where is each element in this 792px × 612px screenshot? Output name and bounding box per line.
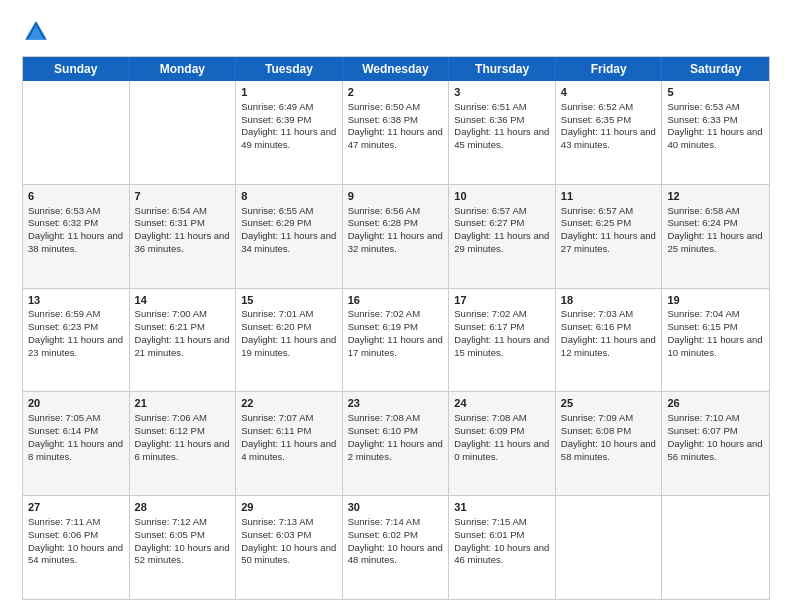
day-cell-24: 24Sunrise: 7:08 AMSunset: 6:09 PMDayligh…	[449, 392, 556, 495]
day-cell-23: 23Sunrise: 7:08 AMSunset: 6:10 PMDayligh…	[343, 392, 450, 495]
day-info: Daylight: 11 hours and 4 minutes.	[241, 438, 337, 464]
calendar-header-row: SundayMondayTuesdayWednesdayThursdayFrid…	[23, 57, 769, 81]
day-info: Sunset: 6:16 PM	[561, 321, 657, 334]
day-info: Sunset: 6:23 PM	[28, 321, 124, 334]
calendar-row-1: 6Sunrise: 6:53 AMSunset: 6:32 PMDaylight…	[23, 184, 769, 288]
day-cell-29: 29Sunrise: 7:13 AMSunset: 6:03 PMDayligh…	[236, 496, 343, 599]
day-info: Sunrise: 6:51 AM	[454, 101, 550, 114]
day-info: Daylight: 11 hours and 49 minutes.	[241, 126, 337, 152]
day-number: 21	[135, 396, 231, 411]
day-info: Sunset: 6:31 PM	[135, 217, 231, 230]
day-cell-13: 13Sunrise: 6:59 AMSunset: 6:23 PMDayligh…	[23, 289, 130, 392]
day-number: 10	[454, 189, 550, 204]
day-cell-17: 17Sunrise: 7:02 AMSunset: 6:17 PMDayligh…	[449, 289, 556, 392]
day-info: Daylight: 11 hours and 27 minutes.	[561, 230, 657, 256]
day-cell-5: 5Sunrise: 6:53 AMSunset: 6:33 PMDaylight…	[662, 81, 769, 184]
day-info: Sunrise: 7:14 AM	[348, 516, 444, 529]
day-number: 12	[667, 189, 764, 204]
day-info: Sunrise: 7:09 AM	[561, 412, 657, 425]
header-cell-saturday: Saturday	[662, 57, 769, 81]
day-info: Sunrise: 7:08 AM	[454, 412, 550, 425]
day-info: Sunset: 6:20 PM	[241, 321, 337, 334]
day-info: Sunrise: 6:50 AM	[348, 101, 444, 114]
day-info: Sunrise: 7:01 AM	[241, 308, 337, 321]
day-info: Daylight: 10 hours and 58 minutes.	[561, 438, 657, 464]
day-number: 23	[348, 396, 444, 411]
day-number: 13	[28, 293, 124, 308]
day-info: Sunrise: 7:10 AM	[667, 412, 764, 425]
day-cell-21: 21Sunrise: 7:06 AMSunset: 6:12 PMDayligh…	[130, 392, 237, 495]
day-info: Daylight: 10 hours and 46 minutes.	[454, 542, 550, 568]
day-info: Daylight: 11 hours and 17 minutes.	[348, 334, 444, 360]
day-number: 28	[135, 500, 231, 515]
day-info: Daylight: 11 hours and 21 minutes.	[135, 334, 231, 360]
day-cell-25: 25Sunrise: 7:09 AMSunset: 6:08 PMDayligh…	[556, 392, 663, 495]
empty-cell-0-1	[130, 81, 237, 184]
day-number: 3	[454, 85, 550, 100]
day-cell-16: 16Sunrise: 7:02 AMSunset: 6:19 PMDayligh…	[343, 289, 450, 392]
day-info: Sunrise: 7:05 AM	[28, 412, 124, 425]
day-info: Daylight: 11 hours and 25 minutes.	[667, 230, 764, 256]
day-info: Sunrise: 7:04 AM	[667, 308, 764, 321]
day-info: Sunset: 6:19 PM	[348, 321, 444, 334]
day-info: Daylight: 11 hours and 6 minutes.	[135, 438, 231, 464]
day-info: Sunset: 6:27 PM	[454, 217, 550, 230]
day-info: Daylight: 11 hours and 34 minutes.	[241, 230, 337, 256]
day-info: Sunrise: 7:12 AM	[135, 516, 231, 529]
header-cell-tuesday: Tuesday	[236, 57, 343, 81]
day-cell-15: 15Sunrise: 7:01 AMSunset: 6:20 PMDayligh…	[236, 289, 343, 392]
day-cell-12: 12Sunrise: 6:58 AMSunset: 6:24 PMDayligh…	[662, 185, 769, 288]
day-info: Sunrise: 7:02 AM	[348, 308, 444, 321]
day-info: Sunset: 6:08 PM	[561, 425, 657, 438]
day-cell-19: 19Sunrise: 7:04 AMSunset: 6:15 PMDayligh…	[662, 289, 769, 392]
empty-cell-0-0	[23, 81, 130, 184]
empty-cell-4-5	[556, 496, 663, 599]
day-number: 18	[561, 293, 657, 308]
day-info: Daylight: 11 hours and 45 minutes.	[454, 126, 550, 152]
page: SundayMondayTuesdayWednesdayThursdayFrid…	[0, 0, 792, 612]
day-cell-7: 7Sunrise: 6:54 AMSunset: 6:31 PMDaylight…	[130, 185, 237, 288]
day-info: Daylight: 11 hours and 8 minutes.	[28, 438, 124, 464]
day-info: Sunset: 6:38 PM	[348, 114, 444, 127]
day-number: 16	[348, 293, 444, 308]
day-number: 24	[454, 396, 550, 411]
day-info: Sunset: 6:36 PM	[454, 114, 550, 127]
day-info: Daylight: 10 hours and 54 minutes.	[28, 542, 124, 568]
day-info: Sunset: 6:29 PM	[241, 217, 337, 230]
day-info: Daylight: 11 hours and 0 minutes.	[454, 438, 550, 464]
day-cell-22: 22Sunrise: 7:07 AMSunset: 6:11 PMDayligh…	[236, 392, 343, 495]
day-info: Sunset: 6:07 PM	[667, 425, 764, 438]
day-info: Sunset: 6:24 PM	[667, 217, 764, 230]
day-info: Sunset: 6:28 PM	[348, 217, 444, 230]
day-number: 5	[667, 85, 764, 100]
day-number: 7	[135, 189, 231, 204]
header	[22, 18, 770, 46]
day-number: 14	[135, 293, 231, 308]
day-info: Sunset: 6:06 PM	[28, 529, 124, 542]
day-cell-18: 18Sunrise: 7:03 AMSunset: 6:16 PMDayligh…	[556, 289, 663, 392]
day-info: Daylight: 10 hours and 56 minutes.	[667, 438, 764, 464]
day-cell-28: 28Sunrise: 7:12 AMSunset: 6:05 PMDayligh…	[130, 496, 237, 599]
day-number: 19	[667, 293, 764, 308]
day-number: 8	[241, 189, 337, 204]
day-number: 4	[561, 85, 657, 100]
day-info: Sunrise: 7:11 AM	[28, 516, 124, 529]
day-info: Sunset: 6:35 PM	[561, 114, 657, 127]
day-number: 30	[348, 500, 444, 515]
day-info: Daylight: 11 hours and 43 minutes.	[561, 126, 657, 152]
day-number: 15	[241, 293, 337, 308]
day-info: Sunrise: 7:06 AM	[135, 412, 231, 425]
day-info: Sunrise: 7:07 AM	[241, 412, 337, 425]
day-info: Sunrise: 6:53 AM	[28, 205, 124, 218]
day-cell-30: 30Sunrise: 7:14 AMSunset: 6:02 PMDayligh…	[343, 496, 450, 599]
day-info: Sunset: 6:21 PM	[135, 321, 231, 334]
day-info: Sunrise: 6:55 AM	[241, 205, 337, 218]
calendar-row-2: 13Sunrise: 6:59 AMSunset: 6:23 PMDayligh…	[23, 288, 769, 392]
day-cell-11: 11Sunrise: 6:57 AMSunset: 6:25 PMDayligh…	[556, 185, 663, 288]
day-info: Sunset: 6:03 PM	[241, 529, 337, 542]
header-cell-thursday: Thursday	[449, 57, 556, 81]
day-info: Sunrise: 7:02 AM	[454, 308, 550, 321]
day-number: 29	[241, 500, 337, 515]
day-number: 20	[28, 396, 124, 411]
day-info: Sunset: 6:02 PM	[348, 529, 444, 542]
